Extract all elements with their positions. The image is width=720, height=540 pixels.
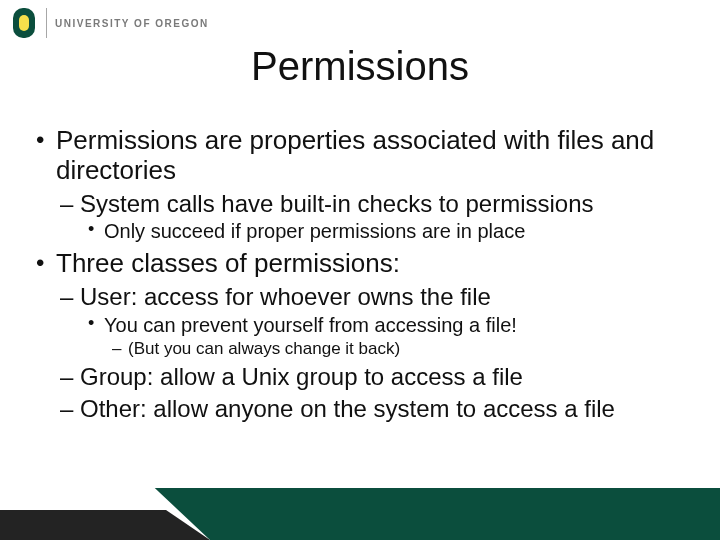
bullet-level2: Group: allow a Unix group to access a fi… [30,363,690,391]
bullet-level2: User: access for whoever owns the file [30,283,690,311]
bullet-level1: Three classes of permissions: [30,249,690,279]
bullet-level2: Other: allow anyone on the system to acc… [30,395,690,423]
header-divider [46,8,47,38]
slide-content: Permissions are properties associated wi… [0,120,720,422]
oregon-logo-icon [10,6,38,40]
bullet-level3: You can prevent yourself from accessing … [30,313,690,337]
svg-rect-1 [19,15,29,31]
slide-title: Permissions [0,44,720,89]
bullet-level2: System calls have built-in checks to per… [30,190,690,218]
bullet-level4: (But you can always change it back) [30,339,690,359]
slide: UNIVERSITY OF OREGON Permissions Permiss… [0,0,720,540]
bullet-level1: Permissions are properties associated wi… [30,126,690,186]
university-name: UNIVERSITY OF OREGON [55,18,209,29]
header: UNIVERSITY OF OREGON [10,6,209,40]
bullet-level3: Only succeed if proper permissions are i… [30,219,690,243]
footer [0,482,720,540]
